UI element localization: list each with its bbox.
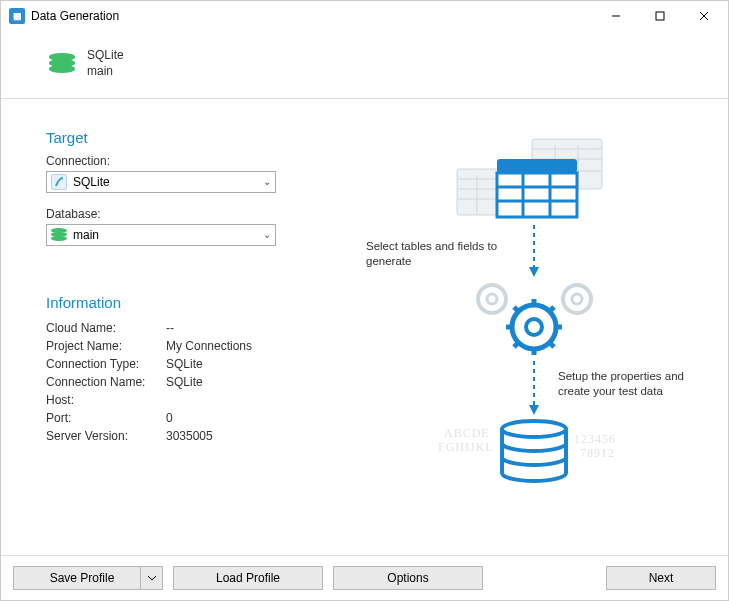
- info-key: Port:: [46, 409, 166, 427]
- caption-setup-properties: Setup the properties and create your tes…: [558, 369, 698, 399]
- load-profile-button[interactable]: Load Profile: [173, 566, 323, 590]
- illustration-panel: Select tables and fields to generate Set…: [366, 129, 688, 539]
- database-icon: [49, 53, 75, 73]
- svg-text:FGHIJKL: FGHIJKL: [438, 440, 494, 454]
- connection-label: Connection:: [46, 154, 366, 168]
- svg-rect-5: [532, 139, 602, 149]
- app-icon: ▦: [9, 8, 25, 24]
- svg-point-23: [487, 294, 497, 304]
- database-value: main: [73, 228, 99, 242]
- save-profile-button[interactable]: Save Profile: [13, 566, 163, 590]
- svg-text:123456: 123456: [574, 432, 616, 446]
- options-label: Options: [387, 571, 428, 585]
- info-row: Server Version:3035005: [46, 427, 366, 445]
- chevron-down-icon: ⌄: [263, 229, 271, 240]
- info-row: Host:: [46, 391, 366, 409]
- load-profile-label: Load Profile: [216, 571, 280, 585]
- svg-line-33: [549, 342, 554, 347]
- minimize-button[interactable]: [594, 2, 638, 30]
- info-row: Port:0: [46, 409, 366, 427]
- header-database: main: [87, 63, 124, 79]
- footer-toolbar: Save Profile Load Profile Options Next: [1, 555, 728, 600]
- header-connection: SQLite main: [1, 31, 728, 99]
- sqlite-icon: [51, 174, 67, 190]
- info-row: Connection Name:SQLite: [46, 373, 366, 391]
- info-value: SQLite: [166, 355, 203, 373]
- information-title: Information: [46, 294, 366, 311]
- svg-point-25: [572, 294, 582, 304]
- svg-line-34: [549, 307, 554, 312]
- titlebar: ▦ Data Generation: [1, 1, 728, 31]
- database-label: Database:: [46, 207, 366, 221]
- svg-point-22: [478, 285, 506, 313]
- svg-rect-1: [656, 12, 664, 20]
- svg-rect-16: [497, 159, 577, 173]
- info-key: Connection Name:: [46, 373, 166, 391]
- target-title: Target: [46, 129, 366, 146]
- svg-text:78912: 78912: [580, 446, 615, 460]
- svg-point-24: [563, 285, 591, 313]
- svg-point-27: [526, 319, 542, 335]
- caption-select-tables: Select tables and fields to generate: [366, 239, 506, 269]
- information-table: Cloud Name:--Project Name:My Connections…: [46, 319, 366, 445]
- maximize-button[interactable]: [638, 2, 682, 30]
- next-label: Next: [649, 571, 674, 585]
- info-key: Host:: [46, 391, 166, 409]
- save-profile-label: Save Profile: [50, 571, 115, 585]
- workflow-illustration: ABCDE FGHIJKL 123456 78912: [382, 129, 672, 499]
- info-value: 3035005: [166, 427, 213, 445]
- svg-line-35: [514, 342, 519, 347]
- options-button[interactable]: Options: [333, 566, 483, 590]
- chevron-down-icon: ⌄: [263, 176, 271, 187]
- svg-point-36: [502, 421, 566, 437]
- info-row: Project Name:My Connections: [46, 337, 366, 355]
- window-title: Data Generation: [31, 9, 594, 23]
- info-row: Connection Type:SQLite: [46, 355, 366, 373]
- connection-value: SQLite: [73, 175, 110, 189]
- close-button[interactable]: [682, 2, 726, 30]
- info-value: 0: [166, 409, 173, 427]
- next-button[interactable]: Next: [606, 566, 716, 590]
- save-profile-dropdown[interactable]: [140, 567, 162, 589]
- info-value: --: [166, 319, 174, 337]
- svg-text:ABCDE: ABCDE: [444, 426, 490, 440]
- info-key: Cloud Name:: [46, 319, 166, 337]
- svg-rect-17: [497, 173, 577, 217]
- info-key: Server Version:: [46, 427, 166, 445]
- svg-line-32: [514, 307, 519, 312]
- info-key: Project Name:: [46, 337, 166, 355]
- header-driver: SQLite: [87, 47, 124, 63]
- info-row: Cloud Name:--: [46, 319, 366, 337]
- connection-combo[interactable]: SQLite ⌄: [46, 171, 276, 193]
- database-icon: [51, 228, 67, 242]
- database-combo[interactable]: main ⌄: [46, 224, 276, 246]
- info-value: My Connections: [166, 337, 252, 355]
- info-key: Connection Type:: [46, 355, 166, 373]
- info-value: SQLite: [166, 373, 203, 391]
